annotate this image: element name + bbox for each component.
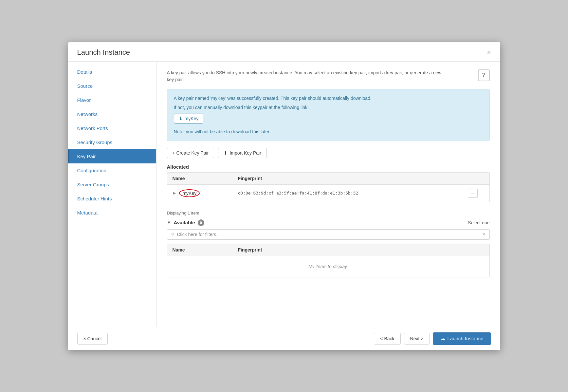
modal-body: Details Source Flavor Networks Network P… <box>68 62 500 327</box>
allocated-col-action <box>468 176 484 181</box>
import-key-pair-button[interactable]: ⬆ Import Key Pair <box>218 148 266 158</box>
modal-header: Launch Instance × <box>68 42 500 62</box>
available-header: ▼ Available 0 Select one <box>167 219 490 226</box>
available-title-text: Available <box>174 220 195 225</box>
filter-input[interactable] <box>177 232 480 237</box>
available-empty-message: No items to display. <box>167 256 489 277</box>
sidebar-item-key-pair[interactable]: Key Pair <box>68 149 156 163</box>
remove-key-button[interactable]: − <box>468 189 478 198</box>
description-row: A key pair allows you to SSH into your n… <box>167 69 490 83</box>
modal-title: Launch Instance <box>77 48 130 57</box>
fingerprint-value: c0:0e:63:9d:cf:a3:5f:ae:fa:41:8f:da:e1:3… <box>238 191 468 196</box>
allocated-col-name: Name <box>173 176 238 181</box>
allocated-table: Name Fingerprint ► myKey c0:0e:63:9d:cf:… <box>167 172 490 202</box>
available-table: Name Fingerprint No items to display. <box>167 244 490 277</box>
available-title: ▼ Available 0 <box>167 219 204 226</box>
cancel-button[interactable]: × Cancel <box>77 333 108 345</box>
arrow-icon: ► <box>173 191 177 196</box>
allocated-table-header: Name Fingerprint <box>167 173 489 185</box>
sidebar-item-security-groups[interactable]: Security Groups <box>68 135 156 149</box>
import-key-pair-label: Import Key Pair <box>229 150 261 156</box>
key-name-badge: myKey <box>179 189 200 197</box>
sidebar-item-source[interactable]: Source <box>68 79 156 93</box>
allocated-col-fingerprint: Fingerprint <box>238 176 468 181</box>
download-note: Note: you will not be able to download t… <box>174 128 483 135</box>
sidebar-item-metadata[interactable]: Metadata <box>68 206 156 220</box>
sidebar-item-details[interactable]: Details <box>68 65 156 79</box>
filter-row: ⚲ × <box>167 229 490 240</box>
launch-instance-modal: Launch Instance × Details Source Flavor … <box>68 42 500 350</box>
sidebar-item-server-groups[interactable]: Server Groups <box>68 177 156 192</box>
sidebar-item-networks[interactable]: Networks <box>68 107 156 121</box>
launch-instance-button[interactable]: ☁ Launch Instance <box>433 332 491 345</box>
filter-clear-icon[interactable]: × <box>482 232 485 237</box>
back-button[interactable]: < Back <box>374 333 400 345</box>
available-col-name: Name <box>173 247 238 252</box>
close-button[interactable]: × <box>487 49 491 56</box>
info-box: A key pair named 'myKey' was successfull… <box>167 89 490 141</box>
sidebar-item-network-ports[interactable]: Network Ports <box>68 121 156 135</box>
success-message: A key pair named 'myKey' was successfull… <box>174 95 483 102</box>
import-icon: ⬆ <box>224 150 228 156</box>
sidebar: Details Source Flavor Networks Network P… <box>68 62 156 327</box>
download-icon: ⬇ <box>179 116 183 121</box>
available-table-header: Name Fingerprint <box>167 244 489 256</box>
download-key-label: myKey <box>185 116 199 121</box>
available-col-fingerprint: Fingerprint <box>238 247 484 252</box>
displaying-text: Displaying 1 item <box>167 208 490 219</box>
allocated-title: Allocated <box>167 164 490 170</box>
description-text: A key pair allows you to SSH into your n… <box>167 69 449 83</box>
available-count-badge: 0 <box>198 219 204 226</box>
table-row: ► myKey c0:0e:63:9d:cf:a3:5f:ae:fa:41:8f… <box>167 185 489 202</box>
help-button[interactable]: ? <box>478 69 490 81</box>
sidebar-item-configuration[interactable]: Configuration <box>68 163 156 177</box>
search-icon: ⚲ <box>171 232 174 237</box>
download-key-button[interactable]: ⬇ myKey <box>174 114 204 123</box>
sidebar-item-flavor[interactable]: Flavor <box>68 93 156 107</box>
manual-download-text: If not, you can manually download this k… <box>174 104 483 111</box>
launch-instance-label: Launch Instance <box>447 336 483 341</box>
next-button[interactable]: Next > <box>404 333 430 345</box>
key-name-cell: ► myKey <box>173 189 238 197</box>
cloud-upload-icon: ☁ <box>440 336 445 342</box>
actions-row: + Create Key Pair ⬆ Import Key Pair <box>167 148 490 158</box>
content-area: A key pair allows you to SSH into your n… <box>156 62 500 327</box>
create-key-pair-button[interactable]: + Create Key Pair <box>167 148 214 158</box>
chevron-down-icon: ▼ <box>167 220 171 225</box>
sidebar-item-scheduler-hints[interactable]: Scheduler Hints <box>68 192 156 206</box>
footer-right: < Back Next > ☁ Launch Instance <box>374 332 491 345</box>
modal-footer: × Cancel < Back Next > ☁ Launch Instance <box>68 327 500 350</box>
select-one-label: Select one <box>468 220 489 225</box>
